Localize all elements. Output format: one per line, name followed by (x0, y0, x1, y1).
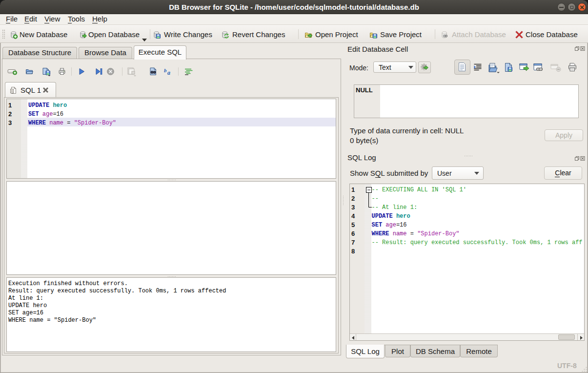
svg-text:a: a (167, 69, 170, 76)
svg-text:b: b (164, 67, 167, 73)
